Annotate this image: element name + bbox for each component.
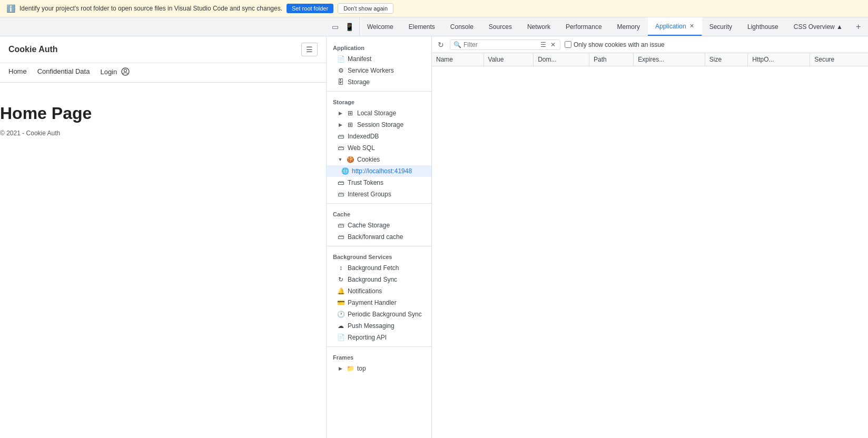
sidebar-item-service-workers-label: Service Workers [348, 67, 394, 74]
sidebar-section-background: Background Services [327, 250, 431, 262]
tab-network[interactable]: Network [520, 17, 558, 36]
dont-show-button[interactable]: Don't show again [338, 3, 393, 14]
sidebar-item-web-sql-label: Web SQL [348, 144, 375, 152]
session-storage-icon: ⊞ [347, 121, 354, 128]
filter-input[interactable] [463, 41, 537, 48]
devtools-icon-device[interactable]: 📱 [343, 21, 356, 33]
sidebar-item-local-storage[interactable]: ▶ ⊞ Local Storage [327, 107, 431, 119]
tab-memory[interactable]: Memory [610, 17, 648, 36]
nav-home[interactable]: Home [8, 67, 27, 78]
info-message: Identify your project's root folder to o… [19, 5, 282, 12]
col-path[interactable]: Path [589, 53, 634, 66]
tab-application[interactable]: Application ✕ [648, 17, 702, 36]
tab-lighthouse[interactable]: Lighthouse [740, 17, 786, 36]
sidebar-item-indexeddb[interactable]: 🗃 IndexedDB [327, 131, 431, 142]
sidebar-item-background-fetch[interactable]: ↕ Background Fetch [327, 262, 431, 274]
sidebar-item-trust-tokens[interactable]: 🗃 Trust Tokens [327, 177, 431, 188]
cookies-area: ↻ 🔍 ☰ ✕ Only show cookies with an issue [432, 36, 868, 438]
issue-checkbox-wrap: Only show cookies with an issue [565, 41, 665, 48]
info-icon: ℹ️ [6, 4, 15, 13]
col-httponly[interactable]: HttpO... [748, 53, 810, 66]
sidebar-item-web-sql[interactable]: 🗃 Web SQL [327, 142, 431, 154]
sidebar-item-manifest[interactable]: 📄 Manifest [327, 53, 431, 65]
tab-elements[interactable]: Elements [401, 17, 443, 36]
app-copyright: © 2021 - Cookie Auth [0, 130, 318, 137]
tab-sources[interactable]: Sources [481, 17, 520, 36]
devtools-icon-inspect[interactable]: ▭ [330, 21, 341, 33]
app-header: Cookie Auth ☰ [0, 36, 326, 63]
sidebar-item-session-storage[interactable]: ▶ ⊞ Session Storage [327, 119, 431, 131]
periodic-background-sync-icon: 🕐 [337, 311, 344, 318]
storage-icon: 🗄 [337, 78, 344, 86]
sidebar-item-cookies-label: Cookies [357, 156, 380, 163]
sidebar-item-back-forward-cache-label: Back/forward cache [348, 233, 403, 241]
cookies-expand-icon: ▼ [337, 156, 343, 163]
tab-css-overview[interactable]: CSS Overview ▲ [786, 17, 851, 36]
sidebar-item-cookies-localhost[interactable]: 🌐 http://localhost:41948 [327, 165, 431, 177]
col-name[interactable]: Name [432, 53, 484, 66]
cache-storage-icon: 🗃 [337, 222, 344, 229]
col-domain[interactable]: Dom... [534, 53, 589, 66]
local-storage-icon: ⊞ [347, 110, 354, 117]
nav-login[interactable]: Login [100, 67, 131, 78]
sidebar-item-periodic-background-sync[interactable]: 🕐 Periodic Background Sync [327, 308, 431, 320]
col-value[interactable]: Value [484, 53, 534, 66]
sidebar-item-session-storage-label: Session Storage [357, 121, 403, 128]
sidebar-item-storage[interactable]: 🗄 Storage [327, 76, 431, 88]
sidebar-item-cookies[interactable]: ▼ 🍪 Cookies [327, 154, 431, 165]
cookies-localhost-icon: 🌐 [341, 167, 349, 175]
sidebar-item-cache-storage[interactable]: 🗃 Cache Storage [327, 220, 431, 231]
service-workers-icon: ⚙ [337, 67, 344, 74]
sidebar-item-background-sync[interactable]: ↻ Background Sync [327, 274, 431, 285]
tab-performance[interactable]: Performance [558, 17, 610, 36]
sidebar-item-manifest-label: Manifest [348, 55, 371, 63]
only-issue-checkbox[interactable] [565, 41, 571, 48]
sidebar-item-push-messaging[interactable]: ☁ Push Messaging [327, 320, 431, 332]
main-layout: Cookie Auth ☰ Home Confidential Data Log… [0, 36, 868, 438]
interest-groups-icon: 🗃 [337, 191, 344, 198]
only-issue-label[interactable]: Only show cookies with an issue [574, 41, 665, 48]
session-storage-expand-icon: ▶ [337, 122, 343, 128]
devtools-panel: Application 📄 Manifest ⚙ Service Workers… [327, 36, 868, 438]
cookies-table-wrap: Name Value Dom... Path Expires... Size H… [432, 53, 868, 438]
devtools-sidebar: Application 📄 Manifest ⚙ Service Workers… [327, 36, 432, 438]
set-root-button[interactable]: Set root folder [287, 4, 333, 13]
sidebar-item-local-storage-label: Local Storage [357, 110, 396, 117]
sidebar-item-background-fetch-label: Background Fetch [348, 264, 399, 272]
app-page: Cookie Auth ☰ Home Confidential Data Log… [0, 36, 327, 438]
svg-point-1 [124, 69, 126, 72]
app-nav: Home Confidential Data Login [0, 63, 326, 83]
col-secure[interactable]: Secure [810, 53, 868, 66]
tab-application-close[interactable]: ✕ [689, 23, 694, 29]
filter-icon: 🔍 [453, 41, 461, 48]
sidebar-item-notifications[interactable]: 🔔 Notifications [327, 285, 431, 297]
filter-close-button[interactable]: ✕ [549, 41, 557, 48]
sidebar-item-back-forward-cache[interactable]: 🗃 Back/forward cache [327, 231, 431, 243]
filter-input-wrap: 🔍 ☰ ✕ [450, 39, 560, 50]
sidebar-item-top-frame[interactable]: ▶ 📁 top [327, 363, 431, 374]
sidebar-item-interest-groups[interactable]: 🗃 Interest Groups [327, 188, 431, 200]
sidebar-item-push-messaging-label: Push Messaging [348, 322, 394, 330]
sidebar-item-reporting-api[interactable]: 📄 Reporting API [327, 332, 431, 343]
app-content: Home Page © 2021 - Cookie Auth [0, 83, 326, 145]
top-frame-expand-icon: ▶ [337, 365, 343, 372]
sidebar-item-top-frame-label: top [357, 365, 366, 372]
hamburger-button[interactable]: ☰ [301, 43, 318, 56]
sidebar-item-service-workers[interactable]: ⚙ Service Workers [327, 65, 431, 76]
nav-confidential[interactable]: Confidential Data [37, 67, 90, 78]
back-forward-cache-icon: 🗃 [337, 233, 344, 241]
refresh-button[interactable]: ↻ [436, 39, 446, 51]
add-tab-button[interactable]: + [851, 17, 866, 36]
sidebar-divider-2 [327, 203, 431, 204]
tab-security[interactable]: Security [702, 17, 740, 36]
tab-welcome[interactable]: Welcome [360, 17, 401, 36]
tab-console[interactable]: Console [443, 17, 481, 36]
sidebar-item-interest-groups-label: Interest Groups [348, 191, 391, 198]
col-expires[interactable]: Expires... [634, 53, 705, 66]
sidebar-item-payment-handler[interactable]: 💳 Payment Handler [327, 297, 431, 308]
filter-clear-button[interactable]: ☰ [539, 41, 547, 48]
col-size[interactable]: Size [705, 53, 748, 66]
indexeddb-icon: 🗃 [337, 133, 344, 140]
cookies-table-header-row: Name Value Dom... Path Expires... Size H… [432, 53, 868, 66]
sidebar-section-frames: Frames [327, 350, 431, 363]
